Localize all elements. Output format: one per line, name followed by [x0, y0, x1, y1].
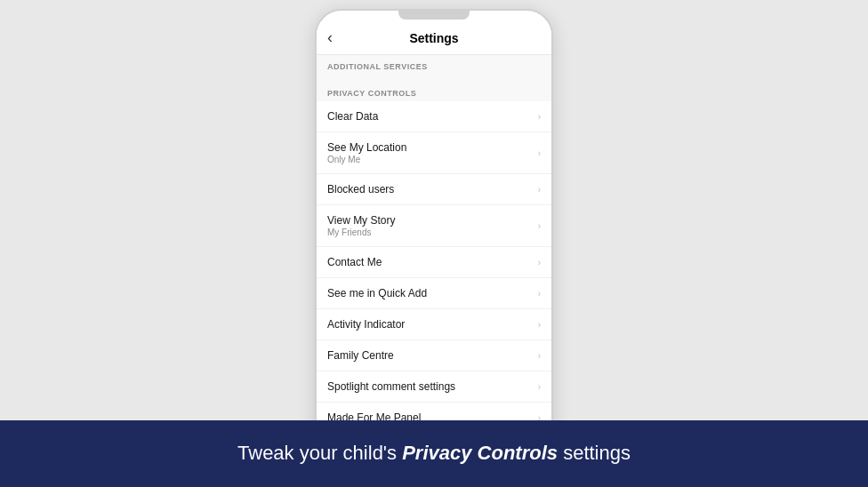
header-title: Settings — [409, 31, 458, 45]
background: ‹ Settings ADDITIONAL SERVICES PRIVACY C… — [0, 0, 868, 487]
banner-text-after: settings — [558, 442, 631, 464]
chevron-icon-blocked-users: › — [538, 185, 541, 195]
menu-item-contact-me[interactable]: Contact Me › — [317, 247, 551, 278]
menu-item-blocked-users[interactable]: Blocked users › — [317, 174, 551, 205]
section-additional-services: ADDITIONAL SERVICES — [317, 55, 551, 75]
banner-text-before: Tweak your child's — [237, 442, 402, 464]
menu-item-contact-me-label: Contact Me — [327, 256, 382, 268]
chevron-icon-family-centre: › — [538, 351, 541, 361]
menu-item-clear-data-content: Clear Data — [327, 110, 378, 123]
menu-item-blocked-users-content: Blocked users — [327, 183, 394, 196]
banner-text-italic: Privacy Controls — [402, 442, 558, 464]
menu-item-family-centre-content: Family Centre — [327, 349, 394, 362]
chevron-icon-see-my-location: › — [538, 148, 541, 158]
menu-item-spotlight-comment-label: Spotlight comment settings — [327, 380, 455, 393]
bottom-banner: Tweak your child's Privacy Controls sett… — [0, 420, 868, 487]
menu-item-clear-data[interactable]: Clear Data › — [317, 101, 551, 132]
chevron-icon-contact-me: › — [538, 258, 541, 267]
section-gap-1 — [317, 75, 551, 82]
menu-item-see-me-quick-add[interactable]: See me in Quick Add › — [317, 278, 551, 309]
menu-item-see-my-location-content: See My Location Only Me — [327, 141, 406, 164]
section-privacy-controls: PRIVACY CONTROLS — [317, 82, 551, 101]
back-button[interactable]: ‹ — [327, 28, 333, 47]
menu-item-contact-me-content: Contact Me — [327, 256, 382, 268]
chevron-icon-activity-indicator: › — [538, 320, 541, 330]
menu-item-spotlight-comment[interactable]: Spotlight comment settings › — [317, 371, 551, 403]
menu-item-view-my-story-sublabel: My Friends — [327, 228, 395, 237]
menu-item-see-me-quick-add-content: See me in Quick Add — [327, 287, 427, 299]
menu-item-see-me-quick-add-label: See me in Quick Add — [327, 287, 427, 299]
chevron-icon-spotlight-comment: › — [538, 382, 541, 392]
menu-item-spotlight-comment-content: Spotlight comment settings — [327, 380, 455, 393]
chevron-icon-view-my-story: › — [538, 221, 541, 231]
menu-item-activity-indicator[interactable]: Activity Indicator › — [317, 309, 551, 340]
phone-mockup: ‹ Settings ADDITIONAL SERVICES PRIVACY C… — [315, 9, 553, 471]
menu-item-activity-indicator-content: Activity Indicator — [327, 318, 405, 331]
menu-item-clear-data-label: Clear Data — [327, 110, 378, 123]
chevron-icon-clear-data: › — [538, 112, 541, 122]
menu-item-see-my-location-sublabel: Only Me — [327, 155, 406, 164]
menu-item-see-my-location[interactable]: See My Location Only Me › — [317, 132, 551, 174]
app-header: ‹ Settings — [317, 21, 551, 55]
menu-item-see-my-location-label: See My Location — [327, 141, 406, 154]
menu-item-blocked-users-label: Blocked users — [327, 183, 394, 196]
menu-item-activity-indicator-label: Activity Indicator — [327, 318, 405, 331]
menu-item-view-my-story-content: View My Story My Friends — [327, 214, 395, 237]
menu-item-view-my-story[interactable]: View My Story My Friends › — [317, 205, 551, 247]
menu-item-view-my-story-label: View My Story — [327, 214, 395, 227]
menu-item-family-centre-label: Family Centre — [327, 349, 394, 362]
banner-text: Tweak your child's Privacy Controls sett… — [237, 441, 631, 467]
phone-screen: ‹ Settings ADDITIONAL SERVICES PRIVACY C… — [317, 21, 551, 469]
phone-notch — [398, 11, 470, 20]
menu-item-family-centre[interactable]: Family Centre › — [317, 340, 551, 371]
chevron-icon-see-me-quick-add: › — [538, 289, 541, 299]
settings-content: ADDITIONAL SERVICES PRIVACY CONTROLS Cle… — [317, 55, 551, 469]
